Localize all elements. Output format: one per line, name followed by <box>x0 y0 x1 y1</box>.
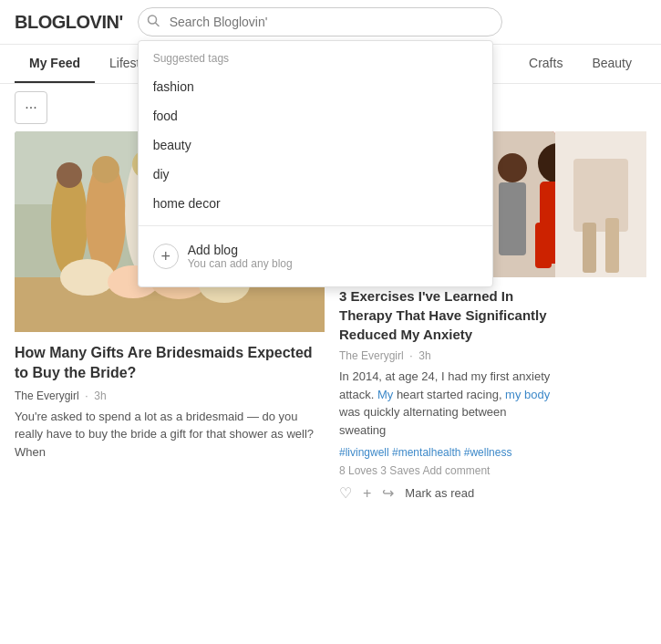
card2-time: 3h <box>418 349 430 362</box>
card2-body: 3 Exercises I've Learned In Therapy That… <box>339 277 555 511</box>
search-dropdown: Suggested tags fashion food beauty diy h… <box>138 40 493 287</box>
svg-rect-29 <box>499 182 526 255</box>
mark-as-read-button[interactable]: Mark as read <box>405 486 474 500</box>
search-wrapper: Suggested tags fashion food beauty diy h… <box>138 7 502 36</box>
tag-fashion[interactable]: fashion <box>139 72 492 101</box>
add-blog-title: Add blog <box>188 243 293 257</box>
tag-diy[interactable]: diy <box>139 160 492 189</box>
plus-icon: + <box>363 485 371 502</box>
card1-source: The Everygirl <box>15 390 79 402</box>
add-blog-item[interactable]: + Add blog You can add any blog <box>139 234 492 279</box>
add-blog-text: Add blog You can add any blog <box>188 243 293 270</box>
card1-title: How Many Gifts Are Bridesmaids Expected … <box>15 343 325 384</box>
card2-actions: ♡ + ↪ Mark as read <box>339 484 555 502</box>
heart-icon: ♡ <box>339 484 352 502</box>
card2-source: The Everygirl <box>339 349 404 362</box>
tab-beauty[interactable]: Beauty <box>577 45 646 83</box>
suggested-tags-label: Suggested tags <box>139 41 492 72</box>
card1-meta: The Everygirl · 3h <box>15 390 325 402</box>
love-button[interactable]: ♡ <box>339 484 352 502</box>
save-button[interactable]: + <box>363 485 371 502</box>
dropdown-divider <box>139 225 492 226</box>
card3-image <box>555 131 646 277</box>
tag-beauty[interactable]: beauty <box>139 130 492 160</box>
add-blog-subtitle: You can add any blog <box>188 257 293 270</box>
svg-rect-33 <box>605 218 619 273</box>
share-icon: ↪ <box>382 484 394 502</box>
card-third-partial <box>555 131 646 511</box>
search-icon <box>147 15 160 30</box>
svg-point-19 <box>60 259 115 296</box>
card2-excerpt: In 2014, at age 24, I had my first anxie… <box>339 368 555 439</box>
add-icon: + <box>153 244 179 269</box>
tag-food[interactable]: food <box>139 101 492 130</box>
card-body-bridesmaids: How Many Gifts Are Bridesmaids Expected … <box>15 332 325 472</box>
card1-excerpt: You're asked to spend a lot as a bridesm… <box>15 408 325 462</box>
card1-time: 3h <box>94 390 106 402</box>
tab-my-feed[interactable]: My Feed <box>15 45 95 83</box>
svg-point-13 <box>92 156 119 183</box>
more-options-button[interactable]: ··· <box>15 91 47 124</box>
search-input[interactable] <box>138 7 502 36</box>
svg-line-1 <box>155 23 159 26</box>
tab-crafts[interactable]: Crafts <box>514 45 577 83</box>
svg-point-28 <box>498 153 527 182</box>
svg-rect-31 <box>573 159 628 232</box>
card2-title: 3 Exercises I've Learned In Therapy That… <box>339 286 555 344</box>
card2-meta: The Everygirl · 3h <box>339 349 555 362</box>
header: BLOGLOVIN' Suggested tags fashion food b… <box>0 0 661 45</box>
tag-home-decor[interactable]: home decor <box>139 189 492 218</box>
card2-tags: #livingwell #mentalhealth #wellness <box>339 446 555 459</box>
card2-stats: 8 Loves 3 Saves Add comment <box>339 464 555 477</box>
share-button[interactable]: ↪ <box>382 484 394 502</box>
svg-point-12 <box>57 162 82 188</box>
svg-rect-26 <box>535 223 552 268</box>
svg-rect-32 <box>583 223 596 273</box>
logo: BLOGLOVIN' <box>15 12 123 33</box>
